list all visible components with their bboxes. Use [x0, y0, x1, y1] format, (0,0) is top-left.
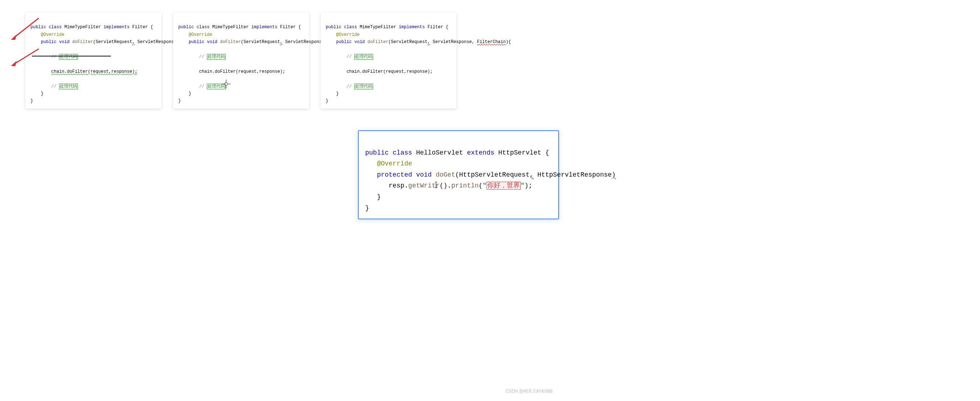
svg-marker-1: [11, 34, 17, 40]
code-card-servlet: public class HelloServlet extends HttpSe…: [358, 130, 559, 219]
crosshair-cursor-icon: [222, 79, 231, 88]
strikethrough-line: [32, 56, 111, 57]
arrow-icon: [8, 16, 41, 41]
svg-point-4: [224, 82, 228, 86]
code-card-3: public class MimeTypeFilter implements F…: [321, 13, 457, 109]
svg-line-2: [13, 49, 39, 64]
svg-line-0: [13, 18, 39, 38]
struck-code: chain.doFilter(request,response);: [51, 69, 138, 74]
svg-marker-3: [11, 61, 17, 66]
arrow-icon: [8, 47, 41, 69]
code-card-2: public class MimeTypeFilter implements F…: [173, 13, 309, 109]
code-card-1: public class MimeTypeFilter implements F…: [25, 13, 161, 109]
watermark-text: CSDN @明月几时有666: [505, 388, 552, 395]
